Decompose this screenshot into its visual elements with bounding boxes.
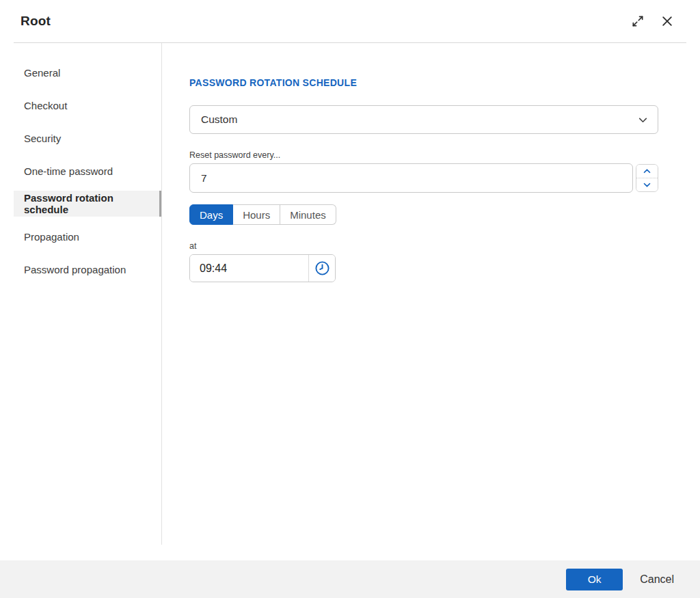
chevron-down-icon xyxy=(638,115,648,128)
time-input[interactable] xyxy=(190,255,308,282)
time-label: at xyxy=(189,241,658,251)
tab-hours[interactable]: Hours xyxy=(233,204,280,225)
interval-spinner xyxy=(636,164,658,192)
sidebar-item-password-propagation[interactable]: Password propagation xyxy=(14,256,161,282)
interval-input[interactable] xyxy=(189,163,633,193)
dialog-footer: Ok Cancel xyxy=(0,560,700,598)
sidebar-item-propagation[interactable]: Propagation xyxy=(14,223,161,249)
settings-sidebar: General Checkout Security One-time passw… xyxy=(0,43,162,545)
schedule-type-select[interactable]: Custom xyxy=(189,105,658,134)
settings-dialog: Root General Checkout Security xyxy=(0,0,700,598)
interval-row xyxy=(189,163,658,193)
dialog-title: Root xyxy=(21,14,630,29)
section-title: PASSWORD ROTATION SCHEDULE xyxy=(189,77,658,88)
header-icons xyxy=(630,13,675,29)
interval-label: Reset password every... xyxy=(189,150,658,160)
tab-minutes[interactable]: Minutes xyxy=(280,204,336,225)
spinner-up-icon[interactable] xyxy=(636,165,658,178)
ok-button[interactable]: Ok xyxy=(566,569,623,590)
sidebar-item-one-time-password[interactable]: One-time password xyxy=(14,158,161,184)
sidebar-item-general[interactable]: General xyxy=(14,59,161,85)
unit-segmented-control: Days Hours Minutes xyxy=(189,204,336,225)
spinner-down-icon[interactable] xyxy=(636,178,658,191)
maximize-icon[interactable] xyxy=(630,13,646,29)
cancel-button[interactable]: Cancel xyxy=(640,573,674,586)
tab-days[interactable]: Days xyxy=(189,204,233,225)
close-icon[interactable] xyxy=(659,13,675,29)
sidebar-item-security[interactable]: Security xyxy=(14,125,161,151)
schedule-type-value: Custom xyxy=(201,113,237,126)
sidebar-item-checkout[interactable]: Checkout xyxy=(14,92,161,118)
clock-icon[interactable] xyxy=(309,255,335,282)
dialog-header: Root xyxy=(0,0,700,42)
sidebar-item-password-rotation-schedule[interactable]: Password rotation schedule xyxy=(14,191,161,217)
time-field xyxy=(189,254,336,282)
password-rotation-panel: PASSWORD ROTATION SCHEDULE Custom Reset … xyxy=(162,43,700,560)
